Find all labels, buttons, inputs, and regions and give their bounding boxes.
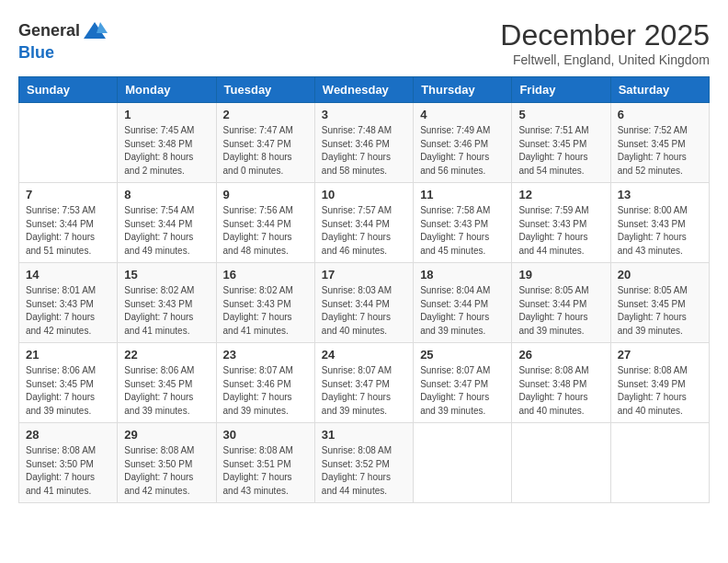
calendar-cell [512, 423, 610, 503]
day-info: Sunrise: 8:05 AM Sunset: 3:44 PM Dayligh… [518, 284, 603, 338]
day-info: Sunrise: 7:54 AM Sunset: 3:44 PM Dayligh… [124, 204, 209, 258]
calendar-cell: 19Sunrise: 8:05 AM Sunset: 3:44 PM Dayli… [512, 263, 610, 343]
day-info: Sunrise: 8:02 AM Sunset: 3:43 PM Dayligh… [124, 284, 209, 338]
day-info: Sunrise: 8:08 AM Sunset: 3:52 PM Dayligh… [322, 444, 406, 498]
calendar-cell: 9Sunrise: 7:56 AM Sunset: 3:44 PM Daylig… [216, 183, 314, 263]
day-info: Sunrise: 8:01 AM Sunset: 3:43 PM Dayligh… [26, 284, 110, 338]
day-number: 9 [223, 188, 308, 201]
calendar-cell: 25Sunrise: 8:07 AM Sunset: 3:47 PM Dayli… [414, 343, 512, 423]
calendar-cell: 21Sunrise: 8:06 AM Sunset: 3:45 PM Dayli… [19, 343, 118, 423]
day-info: Sunrise: 7:49 AM Sunset: 3:46 PM Dayligh… [420, 124, 505, 178]
day-number: 4 [420, 108, 505, 121]
header-sunday: Sunday [19, 77, 118, 103]
day-number: 16 [223, 268, 308, 282]
day-info: Sunrise: 7:59 AM Sunset: 3:43 PM Dayligh… [518, 204, 603, 258]
day-info: Sunrise: 7:48 AM Sunset: 3:46 PM Dayligh… [322, 124, 406, 178]
week-row-1: 1Sunrise: 7:45 AM Sunset: 3:48 PM Daylig… [19, 103, 710, 183]
calendar-cell: 17Sunrise: 8:03 AM Sunset: 3:44 PM Dayli… [314, 263, 413, 343]
day-info: Sunrise: 7:53 AM Sunset: 3:44 PM Dayligh… [26, 204, 110, 258]
logo: General Blue [18, 18, 108, 63]
day-info: Sunrise: 7:45 AM Sunset: 3:48 PM Dayligh… [124, 124, 209, 178]
week-row-4: 21Sunrise: 8:06 AM Sunset: 3:45 PM Dayli… [19, 343, 710, 423]
day-info: Sunrise: 7:57 AM Sunset: 3:44 PM Dayligh… [322, 204, 406, 258]
day-number: 13 [618, 188, 702, 201]
day-info: Sunrise: 7:51 AM Sunset: 3:45 PM Dayligh… [518, 124, 603, 178]
day-number: 30 [223, 428, 308, 442]
week-row-5: 28Sunrise: 8:08 AM Sunset: 3:50 PM Dayli… [19, 423, 710, 503]
calendar-cell: 29Sunrise: 8:08 AM Sunset: 3:50 PM Dayli… [118, 423, 216, 503]
calendar-cell [414, 423, 512, 503]
day-number: 1 [124, 108, 209, 121]
calendar-cell: 5Sunrise: 7:51 AM Sunset: 3:45 PM Daylig… [512, 103, 610, 183]
month-title: December 2025 [500, 18, 710, 52]
day-number: 5 [518, 108, 603, 121]
logo-blue: Blue [18, 43, 54, 62]
day-number: 12 [518, 188, 603, 201]
header-monday: Monday [118, 77, 216, 103]
day-number: 8 [124, 188, 209, 201]
page-header: General Blue December 2025 Feltwell, Eng… [18, 18, 710, 67]
day-number: 24 [322, 348, 406, 362]
header-saturday: Saturday [610, 77, 709, 103]
calendar-cell: 4Sunrise: 7:49 AM Sunset: 3:46 PM Daylig… [414, 103, 512, 183]
day-info: Sunrise: 8:08 AM Sunset: 3:49 PM Dayligh… [618, 364, 702, 418]
header-friday: Friday [512, 77, 610, 103]
day-info: Sunrise: 7:52 AM Sunset: 3:45 PM Dayligh… [618, 124, 702, 178]
week-row-3: 14Sunrise: 8:01 AM Sunset: 3:43 PM Dayli… [19, 263, 710, 343]
calendar-cell: 11Sunrise: 7:58 AM Sunset: 3:43 PM Dayli… [414, 183, 512, 263]
logo-icon [82, 18, 108, 44]
calendar-cell: 8Sunrise: 7:54 AM Sunset: 3:44 PM Daylig… [118, 183, 216, 263]
day-info: Sunrise: 8:08 AM Sunset: 3:50 PM Dayligh… [26, 444, 110, 498]
day-number: 3 [322, 108, 406, 121]
day-number: 20 [618, 268, 702, 282]
calendar-cell: 23Sunrise: 8:07 AM Sunset: 3:46 PM Dayli… [216, 343, 314, 423]
day-info: Sunrise: 8:08 AM Sunset: 3:50 PM Dayligh… [124, 444, 209, 498]
day-number: 7 [26, 188, 110, 201]
calendar-cell: 20Sunrise: 8:05 AM Sunset: 3:45 PM Dayli… [610, 263, 709, 343]
day-number: 14 [26, 268, 110, 282]
calendar-cell: 12Sunrise: 7:59 AM Sunset: 3:43 PM Dayli… [512, 183, 610, 263]
day-info: Sunrise: 8:07 AM Sunset: 3:47 PM Dayligh… [322, 364, 406, 418]
calendar-cell: 10Sunrise: 7:57 AM Sunset: 3:44 PM Dayli… [314, 183, 413, 263]
calendar-cell [610, 423, 709, 503]
day-info: Sunrise: 8:05 AM Sunset: 3:45 PM Dayligh… [618, 284, 702, 338]
calendar-cell: 3Sunrise: 7:48 AM Sunset: 3:46 PM Daylig… [314, 103, 413, 183]
day-number: 26 [518, 348, 603, 362]
day-info: Sunrise: 7:58 AM Sunset: 3:43 PM Dayligh… [420, 204, 505, 258]
day-number: 21 [26, 348, 110, 362]
calendar-cell: 2Sunrise: 7:47 AM Sunset: 3:47 PM Daylig… [216, 103, 314, 183]
calendar-cell: 13Sunrise: 8:00 AM Sunset: 3:43 PM Dayli… [610, 183, 709, 263]
day-info: Sunrise: 8:08 AM Sunset: 3:51 PM Dayligh… [223, 444, 308, 498]
day-number: 6 [618, 108, 702, 121]
day-number: 28 [26, 428, 110, 442]
day-info: Sunrise: 8:06 AM Sunset: 3:45 PM Dayligh… [26, 364, 110, 418]
calendar-cell: 18Sunrise: 8:04 AM Sunset: 3:44 PM Dayli… [414, 263, 512, 343]
calendar-cell: 31Sunrise: 8:08 AM Sunset: 3:52 PM Dayli… [314, 423, 413, 503]
calendar-cell: 7Sunrise: 7:53 AM Sunset: 3:44 PM Daylig… [19, 183, 118, 263]
day-info: Sunrise: 8:04 AM Sunset: 3:44 PM Dayligh… [420, 284, 505, 338]
location: Feltwell, England, United Kingdom [500, 52, 710, 67]
calendar-cell: 22Sunrise: 8:06 AM Sunset: 3:45 PM Dayli… [118, 343, 216, 423]
week-row-2: 7Sunrise: 7:53 AM Sunset: 3:44 PM Daylig… [19, 183, 710, 263]
calendar-cell: 6Sunrise: 7:52 AM Sunset: 3:45 PM Daylig… [610, 103, 709, 183]
day-info: Sunrise: 7:56 AM Sunset: 3:44 PM Dayligh… [223, 204, 308, 258]
calendar-cell [19, 103, 118, 183]
calendar-cell: 28Sunrise: 8:08 AM Sunset: 3:50 PM Dayli… [19, 423, 118, 503]
calendar-cell: 16Sunrise: 8:02 AM Sunset: 3:43 PM Dayli… [216, 263, 314, 343]
day-number: 15 [124, 268, 209, 282]
header-tuesday: Tuesday [216, 77, 314, 103]
calendar-cell: 27Sunrise: 8:08 AM Sunset: 3:49 PM Dayli… [610, 343, 709, 423]
title-block: December 2025 Feltwell, England, United … [500, 18, 710, 67]
day-number: 18 [420, 268, 505, 282]
header-thursday: Thursday [414, 77, 512, 103]
header-wednesday: Wednesday [314, 77, 413, 103]
day-info: Sunrise: 8:07 AM Sunset: 3:47 PM Dayligh… [420, 364, 505, 418]
calendar-header-row: SundayMondayTuesdayWednesdayThursdayFrid… [19, 77, 710, 103]
day-number: 25 [420, 348, 505, 362]
calendar-table: SundayMondayTuesdayWednesdayThursdayFrid… [18, 76, 710, 503]
day-number: 23 [223, 348, 308, 362]
logo-general: General [18, 22, 80, 40]
day-number: 2 [223, 108, 308, 121]
day-info: Sunrise: 8:00 AM Sunset: 3:43 PM Dayligh… [618, 204, 702, 258]
day-info: Sunrise: 7:47 AM Sunset: 3:47 PM Dayligh… [223, 124, 308, 178]
